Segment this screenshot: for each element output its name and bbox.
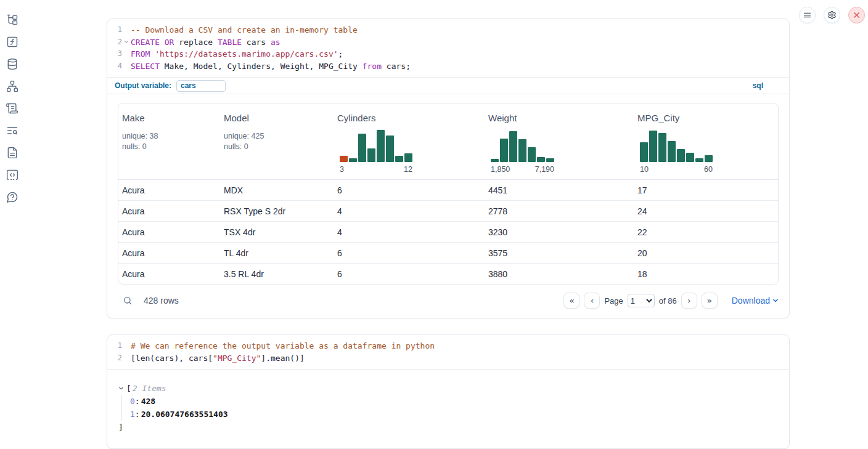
sql-cell: 1-- Download a CSV and create an in-memo… (107, 18, 790, 318)
code-line: 1# We can reference the output variable … (107, 340, 789, 352)
column-title: MPG_City (637, 113, 773, 123)
table-body: AcuraMDX6445117AcuraRSX Type S 2dr427782… (118, 180, 778, 284)
table-cell: 6 (334, 243, 485, 263)
tree-closer: ] (118, 421, 779, 434)
histogram-bar (686, 153, 694, 162)
database-icon[interactable] (6, 58, 18, 70)
prev-page-button[interactable]: ‹ (584, 293, 600, 309)
column-header[interactable]: Modelunique: 425nulls: 0 (220, 103, 334, 179)
histogram-bar (705, 155, 713, 162)
histogram-bar (518, 139, 526, 162)
snippets-code-icon[interactable] (6, 169, 18, 181)
table-row: AcuraTSX 4dr4323022 (118, 222, 778, 243)
line-number: 2 (107, 352, 122, 365)
column-header[interactable]: Cylinders312 (334, 103, 485, 179)
histogram-bar (509, 131, 517, 162)
column-histogram: 1060 (640, 130, 773, 174)
histogram-bar (695, 158, 703, 162)
table-footer: 428 rows « ‹ Page 1 of 86 › » Download (107, 285, 789, 318)
tree-entry: 0: 428 (130, 395, 779, 408)
file-tree-icon[interactable] (6, 14, 18, 26)
python-code-editor[interactable]: 1# We can reference the output variable … (107, 335, 789, 369)
table-row: AcuraTL 4dr6357520 (118, 243, 778, 264)
shutdown-button[interactable] (848, 7, 865, 23)
histogram-bar (649, 131, 657, 162)
fold-chevron-icon[interactable] (122, 36, 131, 49)
column-header[interactable]: Weight1,8507,190 (485, 103, 634, 179)
page-select[interactable]: 1 (628, 294, 655, 307)
column-title: Cylinders (337, 113, 480, 123)
language-badge: sql (753, 81, 763, 90)
histogram-bar (386, 136, 394, 162)
code-line: 2CREATE OR replace TABLE cars as (107, 36, 789, 49)
column-title: Weight (488, 113, 629, 123)
settings-button[interactable] (824, 7, 840, 23)
table-cell: 4 (334, 201, 485, 221)
hist-max-label: 12 (404, 165, 412, 174)
table-cell: 3880 (485, 264, 634, 284)
chevron-down-icon (772, 297, 779, 304)
table-row: AcuraRSX Type S 2dr4277824 (118, 201, 778, 222)
table-cell: 4451 (485, 180, 634, 200)
help-bubble-icon[interactable] (6, 191, 18, 203)
table-cell: 6 (334, 264, 485, 284)
code-line: 3FROM 'https://datasets.marimo.app/cars.… (107, 48, 789, 60)
column-header[interactable]: MPG_City1060 (634, 103, 778, 179)
column-title: Make (122, 113, 215, 123)
line-number: 2 (107, 36, 122, 49)
histogram-bar (395, 156, 403, 162)
download-button[interactable]: Download (732, 296, 779, 305)
entry-index: 1 (130, 408, 135, 421)
dependency-network-icon[interactable] (6, 80, 18, 92)
histogram-bar (677, 149, 685, 162)
function-square-icon[interactable] (6, 36, 18, 48)
next-page-button[interactable]: › (681, 293, 697, 309)
sidebar (6, 14, 18, 203)
output-variable-label: Output variable: (115, 81, 171, 90)
column-title: Model (224, 113, 329, 123)
entry-value: 428 (141, 395, 155, 408)
histogram-bar (658, 133, 666, 162)
first-page-button[interactable]: « (563, 293, 579, 309)
row-count: 428 rows (144, 296, 179, 305)
line-number: 1 (107, 24, 122, 36)
items-count: 2 Items (133, 382, 166, 395)
file-text-icon[interactable] (6, 147, 18, 159)
python-cell: 1# We can reference the output variable … (107, 334, 790, 449)
table-cell: 3575 (485, 243, 634, 263)
column-histogram: 1,8507,190 (491, 130, 629, 174)
sql-code-editor[interactable]: 1-- Download a CSV and create an in-memo… (107, 19, 789, 77)
column-stats: unique: 38nulls: 0 (122, 131, 215, 152)
code-line: 2[len(cars), cars["MPG_City"].mean()] (107, 352, 789, 365)
text-search-icon[interactable] (6, 124, 18, 137)
table-cell: 24 (634, 201, 778, 221)
hist-min-label: 3 (340, 165, 344, 174)
menu-button[interactable] (799, 7, 816, 23)
table-cell: 4 (334, 222, 485, 242)
hist-max-label: 60 (704, 165, 713, 174)
hamburger-icon (803, 10, 812, 20)
hist-min-label: 1,850 (491, 165, 510, 174)
page-total-label: of 86 (659, 296, 677, 305)
page-label: Page (604, 296, 623, 305)
table-cell: Acura (118, 243, 220, 263)
output-variable-row: Output variable: sql (107, 77, 789, 94)
output-variable-input[interactable] (176, 80, 226, 92)
table-cell: Acura (118, 264, 220, 284)
last-page-button[interactable]: » (702, 293, 718, 309)
collapse-chevron-icon[interactable] (118, 386, 126, 391)
histogram-bar (404, 153, 412, 162)
code-line: 4SELECT Make, Model, Cylinders, Weight, … (107, 60, 789, 73)
search-icon[interactable] (123, 296, 133, 305)
table-cell: 2778 (485, 201, 634, 221)
table-cell: Acura (118, 201, 220, 221)
scroll-text-icon[interactable] (6, 102, 18, 115)
close-icon (852, 10, 861, 20)
hist-max-label: 7,190 (535, 165, 554, 174)
histogram-bar (491, 159, 499, 162)
table-cell: 17 (634, 180, 778, 200)
table-cell: RSX Type S 2dr (220, 201, 334, 221)
column-header[interactable]: Makeunique: 38nulls: 0 (118, 103, 220, 179)
histogram-bar (537, 157, 545, 162)
topbar (799, 7, 865, 23)
